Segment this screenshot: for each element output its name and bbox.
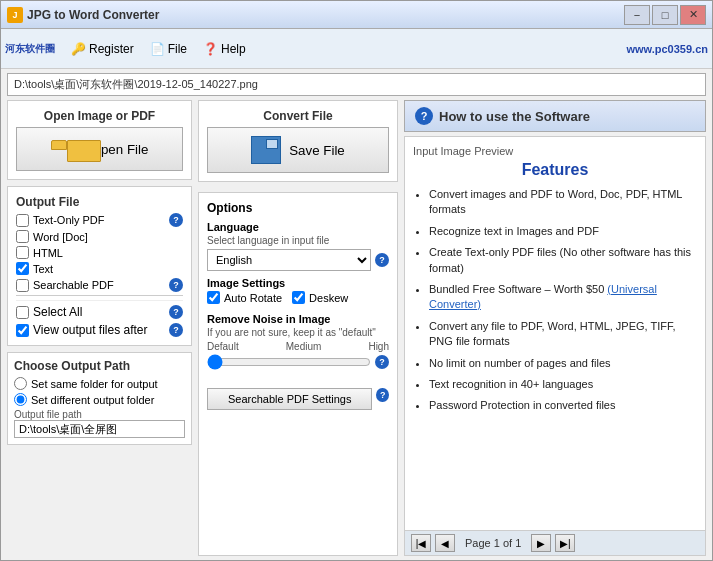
- feature-6: No limit on number of pages and files: [429, 356, 697, 371]
- select-all-row: Select All ?: [16, 300, 183, 319]
- image-settings-row: Auto Rotate Deskew: [207, 291, 389, 307]
- preview-label: Input Image Preview: [413, 145, 697, 157]
- view-output-row: View output files after ?: [16, 323, 183, 337]
- navigation-bar: |◀ ◀ Page 1 of 1 ▶ ▶|: [404, 531, 706, 556]
- page-indicator: Page 1 of 1: [465, 537, 521, 549]
- left-panel: Open Image or PDF Open File Output File …: [7, 100, 192, 556]
- searchable-pdf-help-icon[interactable]: ?: [169, 278, 183, 292]
- maximize-button[interactable]: □: [652, 5, 678, 25]
- html-checkbox[interactable]: [16, 246, 29, 259]
- output-path-section: Choose Output Path Set same folder for o…: [7, 352, 192, 445]
- select-all-checkbox[interactable]: [16, 306, 29, 319]
- options-title: Options: [207, 201, 389, 215]
- separator: [16, 295, 183, 296]
- output-path-label: Output file path: [14, 409, 185, 420]
- feature-7: Text recognition in 40+ languages: [429, 377, 697, 392]
- app-icon: J: [7, 7, 23, 23]
- main-window: J JPG to Word Converter − □ ✕ 河东软件圈 🔑 Re…: [0, 0, 713, 561]
- minimize-button[interactable]: −: [624, 5, 650, 25]
- output-path-input[interactable]: [14, 420, 185, 438]
- features-list: Convert images and PDF to Word, Doc, PDF…: [413, 187, 697, 414]
- text-only-pdf-checkbox[interactable]: [16, 214, 29, 227]
- folder-icon: [51, 136, 83, 162]
- word-doc-label: Word [Doc]: [33, 231, 88, 243]
- save-file-button[interactable]: Save File: [207, 127, 389, 173]
- nav-last-button[interactable]: ▶|: [555, 534, 575, 552]
- noise-label-high: High: [368, 341, 389, 352]
- select-all-label: Select All: [33, 305, 82, 319]
- menu-help[interactable]: ❓ Help: [195, 39, 254, 59]
- auto-rotate-checkbox[interactable]: [207, 291, 220, 304]
- title-bar: J JPG to Word Converter − □ ✕: [1, 1, 712, 29]
- feature-5: Convert any file to PDF, Word, HTML, JPE…: [429, 319, 697, 350]
- file-menu-icon: 📄: [150, 42, 165, 56]
- view-output-checkbox[interactable]: [16, 324, 29, 337]
- deskew-label: Deskew: [309, 292, 348, 304]
- searchable-pdf-checkbox[interactable]: [16, 279, 29, 292]
- language-label: Language: [207, 221, 389, 233]
- register-icon: 🔑: [71, 42, 86, 56]
- language-help-icon[interactable]: ?: [375, 253, 389, 267]
- remove-noise-label: Remove Noise in Image: [207, 313, 389, 325]
- close-button[interactable]: ✕: [680, 5, 706, 25]
- html-label: HTML: [33, 247, 63, 259]
- website-label: www.pc0359.cn: [626, 43, 708, 55]
- help-menu-icon: ❓: [203, 42, 218, 56]
- remove-noise-subtext: If you are not sure, keep it as "default…: [207, 327, 389, 338]
- language-sub-label: Select language in input file: [207, 235, 389, 246]
- features-title: Features: [413, 161, 697, 179]
- searchable-settings-help-icon[interactable]: ?: [376, 388, 389, 402]
- nav-first-button[interactable]: |◀: [411, 534, 431, 552]
- feature-2: Recognize text in Images and PDF: [429, 224, 697, 239]
- text-only-pdf-label: Text-Only PDF: [33, 214, 105, 226]
- image-settings-label: Image Settings: [207, 277, 389, 289]
- output-file-title: Output File: [16, 195, 183, 209]
- menu-register[interactable]: 🔑 Register: [63, 39, 142, 59]
- convert-file-title: Convert File: [263, 109, 332, 123]
- nav-next-button[interactable]: ▶: [531, 534, 551, 552]
- checkbox-row-word: Word [Doc]: [16, 230, 183, 243]
- feature-3: Create Text-only PDF files (No other sof…: [429, 245, 697, 276]
- same-folder-label: Set same folder for output: [31, 378, 158, 390]
- menu-bar: 河东软件圈 🔑 Register 📄 File ❓ Help www.pc035…: [1, 29, 712, 69]
- text-checkbox[interactable]: [16, 262, 29, 275]
- app-logo: 河东软件圈: [5, 42, 55, 56]
- open-file-button[interactable]: Open File: [16, 127, 183, 171]
- output-file-section: Output File Text-Only PDF ? Word [Doc] H…: [7, 186, 192, 346]
- auto-rotate-label: Auto Rotate: [224, 292, 282, 304]
- options-section: Options Language Select language in inpu…: [198, 192, 398, 556]
- save-file-label: Save File: [289, 143, 345, 158]
- radio-same-folder-row: Set same folder for output: [14, 377, 185, 390]
- different-folder-radio[interactable]: [14, 393, 27, 406]
- open-file-title: Open Image or PDF: [44, 109, 155, 123]
- noise-slider-labels: Default Medium High: [207, 341, 389, 352]
- window-controls: − □ ✕: [624, 5, 706, 25]
- save-icon: [251, 136, 281, 164]
- universal-converter-link[interactable]: (Universal Converter): [429, 283, 657, 310]
- window-title: JPG to Word Converter: [27, 8, 624, 22]
- save-file-section: Convert File Save File: [198, 100, 398, 182]
- searchable-pdf-label: Searchable PDF: [33, 279, 114, 291]
- how-to-icon: ?: [415, 107, 433, 125]
- file-path-bar: D:\tools\桌面\河东软件圈\2019-12-05_140227.png: [7, 73, 706, 96]
- language-select[interactable]: English: [207, 249, 371, 271]
- text-label: Text: [33, 263, 53, 275]
- view-output-help-icon[interactable]: ?: [169, 323, 183, 337]
- same-folder-radio[interactable]: [14, 377, 27, 390]
- searchable-pdf-settings-button[interactable]: Searchable PDF Settings: [207, 388, 372, 410]
- word-doc-checkbox[interactable]: [16, 230, 29, 243]
- deskew-row: Deskew: [292, 291, 348, 304]
- noise-label-medium: Medium: [286, 341, 322, 352]
- nav-prev-button[interactable]: ◀: [435, 534, 455, 552]
- checkbox-row-html: HTML: [16, 246, 183, 259]
- middle-panel: Convert File Save File Options Language …: [198, 100, 398, 556]
- noise-slider-help-icon[interactable]: ?: [375, 355, 389, 369]
- deskew-checkbox[interactable]: [292, 291, 305, 304]
- checkbox-row-searchable-pdf: Searchable PDF ?: [16, 278, 183, 292]
- select-all-help-icon[interactable]: ?: [169, 305, 183, 319]
- radio-different-folder-row: Set different output folder: [14, 393, 185, 406]
- view-output-label: View output files after: [33, 323, 148, 337]
- menu-file[interactable]: 📄 File: [142, 39, 195, 59]
- text-only-pdf-help-icon[interactable]: ?: [169, 213, 183, 227]
- noise-slider[interactable]: [207, 354, 371, 370]
